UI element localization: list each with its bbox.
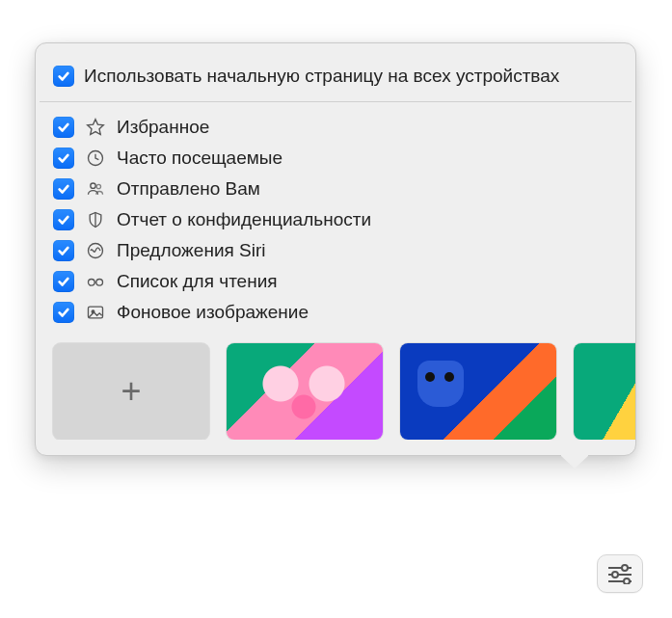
option-background-image[interactable]: Фоновое изображение [53, 297, 618, 328]
shield-icon [84, 209, 107, 230]
sync-row[interactable]: Использовать начальную страницу на всех … [53, 61, 618, 92]
background-label: Фоновое изображение [117, 302, 309, 323]
reading-list-checkbox[interactable] [53, 271, 74, 292]
option-reading-list[interactable]: Список для чтения [53, 266, 618, 297]
star-icon [84, 117, 107, 138]
option-siri-suggestions[interactable]: Предложения Siri [53, 235, 618, 266]
background-thumbnail[interactable] [400, 343, 556, 440]
siri-label: Предложения Siri [117, 240, 266, 261]
options-list: Избранное Часто посещаемые Отправлено Ва… [36, 102, 635, 334]
svg-point-11 [622, 565, 628, 571]
frequently-visited-label: Часто посещаемые [117, 148, 282, 169]
clock-icon [84, 148, 107, 169]
svg-point-3 [96, 184, 100, 188]
sync-section: Использовать начальную страницу на всех … [36, 57, 635, 101]
svg-marker-0 [88, 120, 104, 135]
people-icon [84, 178, 107, 200]
start-page-settings-popover: Использовать начальную страницу на всех … [35, 42, 636, 456]
background-thumbnail[interactable] [574, 343, 635, 440]
option-shared-with-you[interactable]: Отправлено Вам [53, 174, 618, 204]
background-thumbnail[interactable] [227, 343, 383, 440]
plus-icon: + [121, 371, 141, 412]
svg-point-15 [624, 578, 630, 584]
frequently-visited-checkbox[interactable] [53, 148, 74, 169]
sync-checkbox[interactable] [53, 66, 74, 87]
glasses-icon [84, 271, 107, 292]
customize-start-page-button[interactable] [597, 554, 643, 593]
svg-point-6 [96, 280, 103, 286]
image-icon [84, 302, 107, 323]
background-checkbox[interactable] [53, 302, 74, 323]
option-privacy-report[interactable]: Отчет о конфиденциальности [53, 204, 618, 235]
reading-list-label: Список для чтения [117, 271, 278, 292]
privacy-label: Отчет о конфиденциальности [117, 209, 371, 230]
option-favorites[interactable]: Избранное [53, 112, 618, 143]
shared-label: Отправлено Вам [117, 178, 260, 200]
privacy-checkbox[interactable] [53, 209, 74, 230]
siri-icon [84, 240, 107, 261]
option-frequently-visited[interactable]: Часто посещаемые [53, 143, 618, 174]
shared-checkbox[interactable] [53, 178, 74, 200]
sync-label: Использовать начальную страницу на всех … [84, 66, 559, 87]
sliders-icon [606, 563, 633, 584]
svg-point-5 [89, 280, 95, 286]
favorites-label: Избранное [117, 117, 209, 138]
siri-checkbox[interactable] [53, 240, 74, 261]
svg-point-2 [91, 183, 95, 188]
background-thumbnails: + [36, 334, 635, 440]
add-background-button[interactable]: + [53, 343, 209, 440]
svg-point-13 [612, 572, 618, 578]
favorites-checkbox[interactable] [53, 117, 74, 138]
